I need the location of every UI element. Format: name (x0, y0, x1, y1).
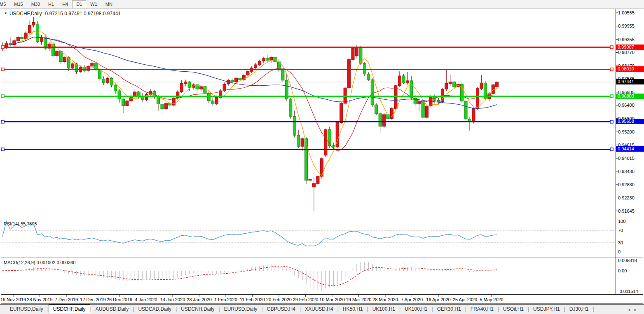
tabbar-scroll-right-icon[interactable]: ▸ (634, 307, 641, 312)
tab-fra40-h1[interactable]: FRA40,H1 (466, 305, 498, 313)
tab-usdcnh-daily[interactable]: USDCNH,Daily (177, 305, 218, 313)
candle-body (316, 176, 319, 183)
tab-usdcad-daily[interactable]: USDCAD,Daily (134, 305, 176, 313)
price-axis-label: 0.94015 (618, 156, 635, 161)
date-label: 7 Apr 2020 (401, 297, 423, 302)
price-axis-label: 0.96400 (618, 103, 635, 108)
tab-xauusd-h4[interactable]: XAUUSD,H4 (301, 305, 337, 313)
date-label: 29 Feb 2020 (293, 297, 318, 302)
tab-usdchf-daily[interactable]: USDCHF,Daily (49, 305, 90, 313)
timeframe-button-h1[interactable]: H1 (44, 0, 58, 8)
candle-body (309, 179, 311, 180)
candle-body (36, 24, 39, 42)
candle-body (383, 115, 386, 127)
candle-body (63, 57, 66, 62)
hline-price-label: 0.94414 (616, 146, 644, 152)
date-label: 28 Mar 2020 (372, 297, 398, 302)
candle-body (422, 101, 424, 117)
timeframe-button-mn[interactable]: MN (101, 0, 117, 8)
candle-body (351, 49, 354, 60)
chart-canvas[interactable] (0, 0, 644, 314)
candle-body (472, 108, 475, 122)
hline-left-handle[interactable] (1, 46, 4, 49)
tab-usdjpy-h1[interactable]: USDJPY,H1 (529, 305, 564, 313)
timeframe-button-m15[interactable]: M15 (10, 0, 27, 8)
timeframe-button-m30[interactable]: M30 (27, 0, 44, 8)
hline-left-handle[interactable] (1, 120, 4, 123)
candle-body (231, 80, 234, 82)
date-label: 4 Jan 2020 (135, 297, 157, 302)
candle-body (281, 70, 284, 80)
tab-ger30-h1[interactable]: GER30,H1 (433, 305, 465, 313)
date-label: 11 Feb 2020 (240, 297, 265, 302)
price-axis-label: 0.99955 (618, 23, 635, 29)
candle-body (391, 108, 393, 118)
rsi-indicator-label: RSI(14) 55.7595 (4, 221, 37, 226)
candle-body (266, 59, 269, 60)
hline-left-handle[interactable] (1, 148, 4, 151)
candle-body (28, 25, 31, 33)
candle-body (293, 116, 296, 135)
tab-audusd-daily[interactable]: AUDUSD,Daily (91, 305, 133, 313)
tab-separator: | (592, 305, 594, 312)
chart-window-frame (1, 9, 643, 304)
rsi-scale-label: 70 (618, 228, 623, 233)
tab-gbpusd-h4[interactable]: GBPUSD,H4 (263, 305, 300, 313)
candle-body (453, 82, 456, 87)
candle-body (371, 80, 374, 105)
hline-right-handle[interactable] (610, 95, 613, 98)
candle-body (126, 101, 129, 105)
candle-body (375, 105, 378, 114)
candle-body (21, 37, 23, 39)
candle-body (426, 106, 429, 117)
candle-body (110, 79, 113, 85)
timeframe-button-w1[interactable]: W1 (86, 0, 101, 8)
tabbar-scroll-left-icon[interactable]: ◂ (628, 307, 635, 312)
candle-body (320, 159, 323, 176)
chart-collapse-icon[interactable]: ▼ (4, 12, 7, 15)
tab-eurusd-daily[interactable]: EURUSD,Daily (220, 305, 262, 313)
tab-usoil-h1[interactable]: USOil,H1 (499, 305, 528, 313)
hline-price-label: 0.98010 (616, 66, 644, 72)
candle-body (199, 87, 202, 89)
candle-body (164, 103, 167, 108)
chart-ohlc-values: 0.97215 0.97491 0.97198 0.97441 (45, 11, 121, 16)
price-axis-label: 0.92230 (618, 195, 635, 201)
tab-eurusd-daily[interactable]: EURUSD,Daily (6, 305, 47, 313)
candle-body (262, 59, 265, 61)
hline-left-handle[interactable] (1, 95, 4, 98)
tab-uk100-h1[interactable]: UK100,H1 (368, 305, 399, 313)
candle-body (270, 57, 273, 60)
chart-symbol-period: USDCHF,Daily (9, 11, 42, 16)
tab-uk100-h1[interactable]: UK100,H1 (400, 305, 431, 313)
candle-body (137, 92, 140, 96)
price-axis-label: 0.91645 (618, 209, 635, 214)
date-label: 14 Jan 2020 (160, 297, 185, 302)
macd-scale-label: 0.00 (618, 268, 627, 274)
hline-right-handle[interactable] (610, 120, 613, 123)
hline-right-handle[interactable] (610, 148, 613, 151)
candle-body (184, 82, 187, 84)
hline-left-handle[interactable] (1, 68, 4, 71)
candle-body (301, 138, 304, 146)
candle-body (223, 84, 226, 91)
tab-dj30-h1[interactable]: DJ30,H1 (565, 305, 593, 313)
timeframe-button-m5[interactable]: M5 (0, 0, 10, 8)
hline-price-label: 0.95658 (616, 119, 644, 124)
candle-body (449, 82, 452, 84)
candle-body (328, 130, 331, 146)
date-label: 20 Feb 2020 (266, 297, 292, 302)
timeframe-button-h4[interactable]: H4 (58, 0, 72, 8)
candle-body (71, 64, 74, 68)
timeframe-button-d1[interactable]: D1 (72, 0, 86, 9)
candle-body (239, 78, 241, 80)
tab-hk50-h1[interactable]: HK50,H1 (339, 305, 367, 313)
timeframe-toolbar: M5M15M30H1H4D1W1MN (0, 0, 644, 9)
candle-body (476, 89, 479, 109)
hline-right-handle[interactable] (610, 46, 613, 49)
hline-right-handle[interactable] (610, 68, 613, 71)
candle-body (480, 83, 483, 88)
candle-body (313, 183, 316, 187)
candle-body (91, 63, 94, 66)
price-axis-label: 0.98770 (618, 50, 635, 55)
